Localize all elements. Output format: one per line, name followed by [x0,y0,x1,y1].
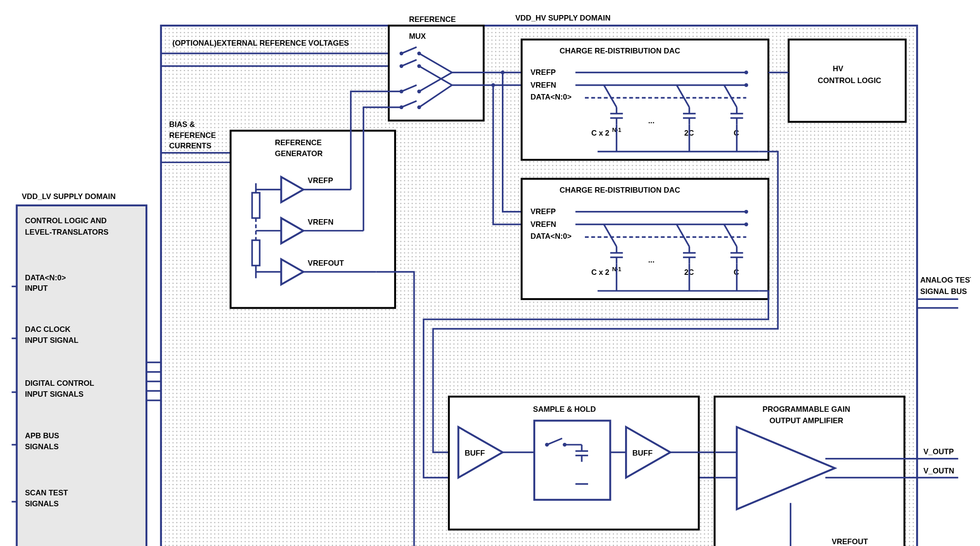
refgen-vrefout: VREFOUT [308,259,344,268]
hv-ctrl-label-2: CONTROL LOGIC [818,76,881,85]
svg-point-79 [745,222,748,226]
svg-text:DATA<N:0>: DATA<N:0> [25,273,66,282]
analog-test-label-2: SIGNAL BUS [920,287,967,296]
block-diagram: VDD_HV SUPPLY DOMAIN VDD_LV SUPPLY DOMAI… [9,9,971,546]
lv-header-line2: LEVEL-TRANSLATORS [25,228,109,236]
analog-test-label-1: ANALOG TEST [920,276,971,284]
svg-text:DATA<N:0>: DATA<N:0> [531,232,572,241]
sh-buff-in-label: BUFF [465,449,485,457]
bias-label-1: BIAS & [169,120,195,129]
svg-point-55 [745,71,748,74]
pga-vrefout-label: VREFOUT [832,537,868,546]
bias-label-3: CURRENTS [169,142,211,150]
lv-domain-title: VDD_LV SUPPLY DOMAIN [22,192,116,201]
svg-text:CHARGE RE-DISTRIBUTION DAC: CHARGE RE-DISTRIBUTION DAC [560,47,680,55]
svg-text:VREFN: VREFN [531,81,556,89]
svg-point-48 [491,83,495,87]
svg-point-47 [501,71,505,74]
refgen-vrefn: VREFN [308,218,334,226]
svg-point-77 [745,210,748,214]
refgen-vrefp: VREFP [308,176,333,185]
svg-text:VREFP: VREFP [531,207,556,216]
svg-text:DIGITAL CONTROL: DIGITAL CONTROL [25,379,94,388]
sh-label: SAMPLE & HOLD [533,405,596,414]
lv-header-line1: CONTROL LOGIC AND [25,216,107,225]
hv-ctrl-label-1: HV [833,64,843,73]
svg-text:SIGNALS: SIGNALS [25,499,59,508]
pga-label-1: PROGRAMMABLE GAIN [762,405,850,414]
svg-text:VREFN: VREFN [531,220,556,229]
ref-gen-label-2: GENERATOR [275,149,323,158]
ref-mux-label-2: MUX [409,32,426,41]
svg-text:INPUT SIGNAL: INPUT SIGNAL [25,336,78,345]
lv-hv-bus [146,362,161,400]
svg-text:INPUT SIGNALS: INPUT SIGNALS [25,390,83,399]
svg-text:...: ... [648,116,655,125]
sh-sc-box [534,420,610,499]
ext-ref-label: (OPTIONAL)EXTERNAL REFERENCE VOLTAGES [172,39,349,47]
dac-block-1: CHARGE RE-DISTRIBUTION DAC VREFP VREFN D… [521,40,768,160]
bias-label-2: REFERENCE [169,131,216,140]
svg-text:APB BUS: APB BUS [25,431,59,440]
hv-domain-title: VDD_HV SUPPLY DOMAIN [515,14,610,22]
voutp-label: V_OUTP [923,447,954,456]
svg-text:DATA<N:0>: DATA<N:0> [531,93,572,101]
svg-text:CHARGE RE-DISTRIBUTION DAC: CHARGE RE-DISTRIBUTION DAC [560,186,680,194]
ref-gen-label-1: REFERENCE [275,138,322,147]
svg-point-57 [745,83,748,87]
sh-buff-out-label: BUFF [632,449,652,457]
svg-text:INPUT: INPUT [25,284,48,293]
svg-text:C x 2: C x 2 [591,268,610,277]
svg-text:SCAN TEST: SCAN TEST [25,488,68,497]
dac-block-2: CHARGE RE-DISTRIBUTION DAC VREFP VREFN D… [521,179,768,299]
voutn-label: V_OUTN [923,467,954,475]
svg-text:C x 2: C x 2 [591,129,610,137]
svg-text:SIGNALS: SIGNALS [25,442,59,451]
svg-text:VREFP: VREFP [531,68,556,77]
pga-label-2: OUTPUT AMPLIFIER [769,416,843,425]
svg-text:DAC CLOCK: DAC CLOCK [25,325,71,334]
ref-mux-label-1: REFERENCE [409,15,456,24]
svg-text:...: ... [648,256,655,264]
